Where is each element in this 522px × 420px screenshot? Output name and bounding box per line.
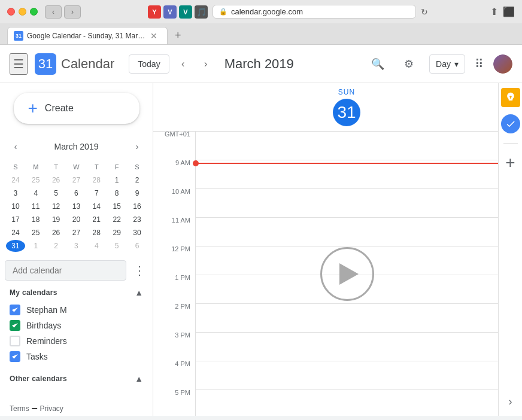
forward-button[interactable]: › xyxy=(64,5,81,19)
play-button[interactable] xyxy=(320,247,374,301)
apps-button[interactable]: ⠿ xyxy=(475,57,484,71)
address-bar[interactable]: 🔒 calendar.google.com xyxy=(213,5,416,19)
calendar-day[interactable]: 23 xyxy=(128,214,147,226)
search-button[interactable]: 🔍 xyxy=(367,53,389,75)
calendar-main: SUN 31 GMT+01 9 AM10 AM11 AM12 PM1 PM2 P… xyxy=(153,83,498,416)
calendar-day[interactable]: 21 xyxy=(87,214,106,226)
calendar-day[interactable]: 28 xyxy=(87,227,106,239)
calendar-day[interactable]: 4 xyxy=(87,240,106,252)
calendar-day[interactable]: 14 xyxy=(87,200,106,212)
next-nav-arrow[interactable]: › xyxy=(197,55,215,73)
avatar[interactable] xyxy=(493,54,512,74)
calendar-day[interactable]: 29 xyxy=(107,227,126,239)
time-label: 4 PM xyxy=(175,360,190,367)
calendar-day[interactable]: 26 xyxy=(47,227,66,239)
my-calendars-header[interactable]: My calendars ▲ xyxy=(10,288,143,297)
calendar-item[interactable]: Reminders xyxy=(10,333,143,349)
calendar-day[interactable]: 8 xyxy=(107,187,126,199)
calendar-day[interactable]: 24 xyxy=(6,174,25,186)
calendar-day[interactable]: 2 xyxy=(47,240,66,252)
tab-close-icon[interactable]: ✕ xyxy=(150,31,157,41)
calendar-day[interactable]: 7 xyxy=(87,187,106,199)
calendar-checkbox[interactable] xyxy=(10,336,20,346)
create-button[interactable]: + Create xyxy=(14,93,139,124)
close-btn[interactable] xyxy=(7,8,15,16)
share-button[interactable]: ⬆ xyxy=(490,6,498,17)
calendar-day[interactable]: 22 xyxy=(107,214,126,226)
calendar-day[interactable]: 5 xyxy=(47,187,66,199)
time-slot: 11 AM xyxy=(153,220,195,249)
add-icon-button[interactable]: + xyxy=(505,153,515,172)
maximize-btn[interactable] xyxy=(30,8,38,16)
calendar-day[interactable]: 15 xyxy=(107,200,126,212)
mini-cal-next[interactable]: › xyxy=(129,138,145,155)
calendar-day[interactable]: 2 xyxy=(128,174,147,186)
view-select[interactable]: Day ▾ xyxy=(429,54,465,74)
calendar-day[interactable]: 13 xyxy=(67,200,86,212)
calendar-day[interactable]: 6 xyxy=(128,240,147,252)
sidebar-footer: Terms – Privacy xyxy=(0,393,153,416)
expand-icon: › xyxy=(509,395,512,408)
fullscreen-button[interactable]: ⬛ xyxy=(503,6,515,17)
calendar-day[interactable]: 27 xyxy=(67,227,86,239)
other-calendars-toggle[interactable]: ▲ xyxy=(135,374,143,384)
calendar-day[interactable]: 26 xyxy=(47,174,66,186)
ext-music-icon[interactable]: 🎵 xyxy=(195,5,208,19)
settings-button[interactable]: ⚙ xyxy=(398,53,420,75)
calendar-day[interactable]: 5 xyxy=(107,240,126,252)
calendar-item[interactable]: Birthdays xyxy=(10,318,143,333)
calendar-checkbox[interactable] xyxy=(10,305,20,315)
mini-cal-prev[interactable]: ‹ xyxy=(7,138,24,155)
calendar-day[interactable]: 3 xyxy=(67,240,86,252)
calendar-day[interactable]: 9 xyxy=(128,187,147,199)
calendar-day[interactable]: 31 xyxy=(6,240,25,252)
calendar-day[interactable]: 3 xyxy=(6,187,25,199)
expand-icon-button[interactable]: › xyxy=(501,392,520,411)
prev-nav-arrow[interactable]: ‹ xyxy=(174,55,192,73)
calendar-day[interactable]: 25 xyxy=(26,227,45,239)
back-button[interactable]: ‹ xyxy=(45,5,62,19)
calendar-day[interactable]: 6 xyxy=(67,187,86,199)
calendar-day[interactable]: 18 xyxy=(26,214,45,226)
mini-calendar: ‹ March 2019 › SMTWTFS 24252627281234567… xyxy=(0,133,153,253)
calendar-day[interactable]: 17 xyxy=(6,214,25,226)
calendar-day[interactable]: 10 xyxy=(6,200,25,212)
privacy-link[interactable]: Privacy xyxy=(40,404,63,413)
calendar-name: Reminders xyxy=(26,336,67,346)
day-scroll[interactable]: GMT+01 9 AM10 AM11 AM12 PM1 PM2 PM3 PM4 … xyxy=(153,132,498,416)
other-calendars-header[interactable]: Other calendars ▲ xyxy=(10,374,143,384)
check-icon-button[interactable] xyxy=(501,114,520,133)
today-button[interactable]: Today xyxy=(129,54,169,74)
calendar-day[interactable]: 19 xyxy=(47,214,66,226)
add-calendar-input[interactable] xyxy=(5,260,126,281)
calendar-day[interactable]: 27 xyxy=(67,174,86,186)
browser-tab[interactable]: 31 Google Calendar - Sunday, 31 March 20… xyxy=(7,27,168,44)
ext-y-icon[interactable]: Y xyxy=(148,5,161,19)
calendar-checkbox[interactable] xyxy=(10,320,20,331)
calendar-day[interactable]: 30 xyxy=(128,227,147,239)
calendar-item[interactable]: Tasks xyxy=(10,349,143,364)
new-tab-button[interactable]: + xyxy=(170,27,186,44)
ext-v1-icon[interactable]: V xyxy=(163,5,177,19)
hamburger-menu[interactable]: ☰ xyxy=(10,53,28,75)
calendar-day[interactable]: 4 xyxy=(26,187,45,199)
calendar-day[interactable]: 11 xyxy=(26,200,45,212)
refresh-button[interactable]: ↻ xyxy=(421,7,428,17)
bulb-icon-button[interactable] xyxy=(501,88,520,107)
calendar-day[interactable]: 25 xyxy=(26,174,45,186)
calendar-day[interactable]: 1 xyxy=(26,240,45,252)
terms-link[interactable]: Terms xyxy=(10,404,29,413)
calendar-checkbox[interactable] xyxy=(10,351,20,362)
minimize-btn[interactable] xyxy=(19,8,26,16)
calendar-day[interactable]: 12 xyxy=(47,200,66,212)
calendar-day[interactable]: 16 xyxy=(128,200,147,212)
my-calendars-toggle[interactable]: ▲ xyxy=(135,288,143,297)
ext-v2-icon[interactable]: V xyxy=(179,5,192,19)
calendar-item[interactable]: Stephan M xyxy=(10,302,143,318)
time-slot: 5 PM xyxy=(153,392,195,416)
calendar-day[interactable]: 28 xyxy=(87,174,106,186)
calendar-day[interactable]: 20 xyxy=(67,214,86,226)
more-options-icon[interactable]: ⋮ xyxy=(131,261,148,280)
calendar-day[interactable]: 1 xyxy=(107,174,126,186)
calendar-day[interactable]: 24 xyxy=(6,227,25,239)
